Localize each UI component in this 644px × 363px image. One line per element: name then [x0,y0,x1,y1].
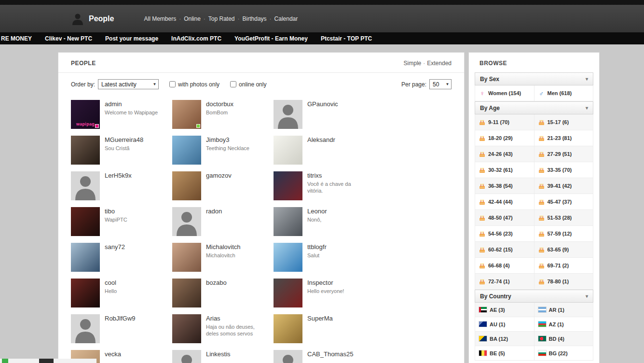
member-name[interactable]: Jimboy3 [206,136,273,143]
filter-age-42-44[interactable]: 42-44 (44) [475,194,534,209]
filter-sex-men[interactable]: ♂Men (618) [534,85,593,101]
member-name[interactable]: Inspector [307,279,374,286]
member-name[interactable]: radon [206,207,273,215]
section-header-by-sex[interactable]: By Sex ▾ [475,72,593,85]
filter-age-60-62[interactable]: 60-62 (15) [475,242,534,257]
member-name[interactable]: cool [105,279,171,286]
filter-age-15-17[interactable]: 15-17 (6) [534,114,593,130]
member-avatar[interactable] [172,171,201,200]
filter-country-az[interactable]: AZ (1) [534,317,593,331]
member-name[interactable]: Michalovitch [206,243,273,251]
section-header-by-country[interactable]: By Country ▾ [475,290,593,303]
member-avatar[interactable] [71,171,100,200]
member-avatar[interactable] [172,314,201,343]
member-name[interactable]: admin [105,100,171,108]
view-simple-link[interactable]: Simple [404,60,422,67]
member-name[interactable]: CAB_Thomas25 [307,350,374,358]
view-extended-link[interactable]: Extended [427,60,452,67]
filter-age-57-59[interactable]: 57-59 (12) [534,226,593,241]
order-by-select[interactable]: Latest activity ▼ [98,79,159,89]
member-avatar[interactable] [274,207,302,236]
filter-age-78-80[interactable]: 78-80 (1) [534,274,593,289]
filter-age-48-50[interactable]: 48-50 (47) [475,210,534,225]
member-avatar[interactable] [71,136,100,165]
filter-age-24-26[interactable]: 24-26 (43) [475,146,534,162]
filter-country-bd[interactable]: BD (4) [534,332,593,346]
member-name[interactable]: Aleksandr [307,136,374,143]
member-name[interactable]: Linkestis [206,350,273,358]
member-name[interactable]: vecka [105,350,171,358]
filter-sex-women[interactable]: ♀Women (154) [475,85,534,101]
member-avatar[interactable] [71,243,100,272]
filter-age-39-41[interactable]: 39-41 (42) [534,178,593,194]
filter-age-45-47[interactable]: 45-47 (37) [534,194,593,209]
ticker-link-post-your-message[interactable]: Post your message [105,35,158,42]
filter-age-51-53[interactable]: 51-53 (28) [534,210,593,225]
member-name[interactable]: tibo [105,207,171,215]
filter-label: 39-41 (42) [548,183,572,189]
member-name[interactable]: titrixs [307,171,374,179]
filter-country-ar[interactable]: AR (1) [534,303,593,317]
header-nav-top-rated[interactable]: Top Rated [208,15,235,22]
filter-age-36-38[interactable]: 36-38 (54) [475,178,534,194]
ticker-link-re-money[interactable]: RE MONEY [1,35,32,42]
online-only-checkbox[interactable] [230,81,236,87]
member-avatar[interactable] [71,207,100,236]
member-avatar[interactable] [274,314,302,343]
member-avatar[interactable] [172,350,201,363]
filter-age-69-71[interactable]: 69-71 (2) [534,258,593,273]
filter-country-ae[interactable]: AE (3) [475,303,534,317]
member-name[interactable]: MGuerreira48 [105,136,171,143]
header-nav-calendar[interactable]: Calendar [274,15,298,22]
member-name[interactable]: Leonor [307,207,374,215]
member-avatar[interactable]: wapipag [71,100,100,129]
member-avatar[interactable] [71,279,100,307]
member-avatar[interactable] [172,136,201,165]
filter-age-33-35[interactable]: 33-35 (70) [534,162,593,178]
filter-country-be[interactable]: BE (5) [475,346,534,360]
section-header-by-age[interactable]: By Age ▾ [475,101,593,114]
filter-age-63-65[interactable]: 63-65 (9) [534,242,593,257]
ticker-link-yougetprofit-earn-money[interactable]: YouGetProfit - Earn Money [234,35,308,42]
filter-country-bg[interactable]: BG (22) [534,346,593,360]
member-avatar[interactable] [71,314,100,343]
ticker-link-ptcstair-top-ptc[interactable]: Ptcstair - TOP PTC [321,35,372,42]
filter-age-30-32[interactable]: 30-32 (61) [475,162,534,178]
header-nav-online[interactable]: Online [184,15,201,22]
member-avatar[interactable] [274,136,302,165]
filter-age-18-20[interactable]: 18-20 (29) [475,130,534,146]
member-avatar[interactable] [172,243,201,272]
member-avatar[interactable] [172,207,201,236]
filter-country-ba[interactable]: BA (12) [475,332,534,346]
header-nav-all-members[interactable]: All Members [144,15,176,22]
with-photos-checkbox[interactable] [169,81,176,87]
member-name[interactable]: sany72 [105,243,171,251]
filter-age-72-74[interactable]: 72-74 (1) [475,274,534,289]
member-name[interactable]: SuperMa [307,314,374,322]
filter-age-21-23[interactable]: 21-23 (81) [534,130,593,146]
member-name[interactable]: doctorbux [206,100,273,108]
member-name[interactable]: LerH5k9x [105,171,171,179]
member-avatar[interactable] [172,279,201,307]
member-name[interactable]: ttblogfr [307,243,374,251]
filter-age-54-56[interactable]: 54-56 (23) [475,226,534,241]
member-avatar[interactable] [274,100,302,129]
member-avatar[interactable] [274,279,302,307]
ticker-link-inadclix-com-ptc[interactable]: InAdClix.com PTC [171,35,221,42]
member-avatar[interactable] [172,100,201,129]
member-avatar[interactable] [274,243,302,272]
member-name[interactable]: bozabo [206,279,273,286]
header-nav-birthdays[interactable]: Birthdays [243,15,267,22]
filter-country-au[interactable]: AU (1) [475,317,534,331]
member-name[interactable]: Arias [206,314,273,322]
per-page-select[interactable]: 50 ▼ [429,79,452,89]
member-avatar[interactable] [274,350,302,363]
member-name[interactable]: RobJlfGw9 [105,314,171,322]
filter-age-66-68[interactable]: 66-68 (4) [475,258,534,273]
member-name[interactable]: gamozov [206,171,273,179]
filter-age-9-11[interactable]: 9-11 (70) [475,114,534,130]
member-name[interactable]: GPaunovic [307,100,374,108]
filter-age-27-29[interactable]: 27-29 (51) [534,146,593,162]
ticker-link-clikev-new-ptc[interactable]: Clikev - New PTC [45,35,92,42]
member-avatar[interactable] [274,171,302,200]
